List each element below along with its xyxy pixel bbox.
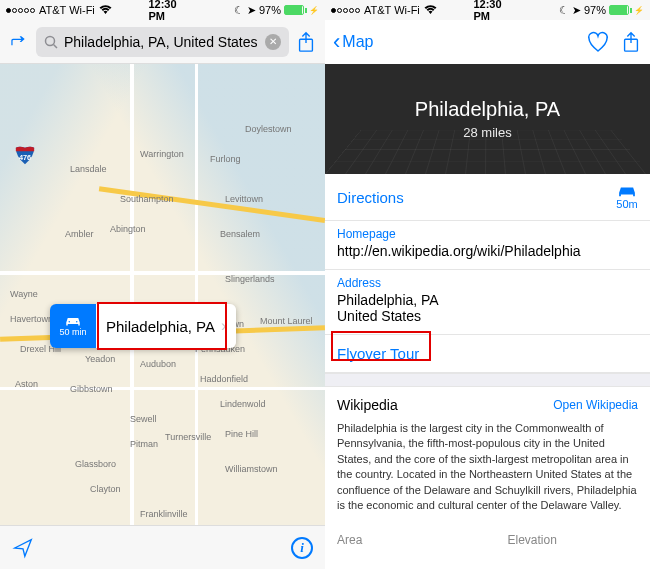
town-label: Haddonfield bbox=[200, 374, 248, 384]
car-icon bbox=[616, 184, 638, 198]
share-button[interactable] bbox=[620, 31, 642, 53]
town-label: Pine Hill bbox=[225, 429, 258, 439]
favorite-button[interactable] bbox=[586, 30, 610, 54]
back-button[interactable]: ‹ Map bbox=[333, 31, 373, 53]
clock: 12:30 PM bbox=[473, 0, 501, 22]
town-label: Gibbstown bbox=[70, 384, 113, 394]
battery-icon: ⚡ bbox=[609, 5, 644, 15]
town-label: Slingerlands bbox=[225, 274, 275, 284]
location-arrow-icon: ➤ bbox=[247, 4, 256, 17]
status-bar: AT&T Wi-Fi 12:30 PM ☾ ➤ 97% ⚡ bbox=[0, 0, 325, 20]
wifi-icon bbox=[99, 5, 112, 15]
homepage-label: Homepage bbox=[325, 221, 650, 243]
town-label: Audubon bbox=[140, 359, 176, 369]
signal-icon bbox=[331, 8, 360, 13]
map-canvas[interactable]: 476 Lansdale Warrington Furlong Doylesto… bbox=[0, 64, 325, 525]
town-label: Williamstown bbox=[225, 464, 278, 474]
callout-title: Philadelphia, PA bbox=[106, 318, 215, 335]
elevation-label: Elevation bbox=[508, 533, 639, 547]
drive-eta: 50 min bbox=[59, 327, 86, 337]
stats-row: Area Elevation bbox=[325, 525, 650, 555]
search-icon bbox=[44, 35, 58, 49]
location-arrow-icon: ➤ bbox=[572, 4, 581, 17]
drive-eta-button[interactable]: 50 min bbox=[50, 304, 96, 348]
nav-bar: ✕ bbox=[0, 20, 325, 64]
town-label: Pitman bbox=[130, 439, 158, 449]
town-label: Glassboro bbox=[75, 459, 116, 469]
detail-screen: AT&T Wi-Fi 12:30 PM ☾ ➤ 97% ⚡ ‹ Map bbox=[325, 0, 650, 569]
hero-distance: 28 miles bbox=[463, 125, 511, 140]
hero-title: Philadelphia, PA bbox=[415, 98, 560, 121]
town-label: Southampton bbox=[120, 194, 174, 204]
town-label: Yeadon bbox=[85, 354, 115, 364]
town-label: Havertown bbox=[10, 314, 53, 324]
locate-button[interactable] bbox=[12, 537, 34, 559]
directions-row[interactable]: Directions 50m bbox=[325, 174, 650, 221]
town-label: Sewell bbox=[130, 414, 157, 424]
town-label: Clayton bbox=[90, 484, 121, 494]
town-label: Levittown bbox=[225, 194, 263, 204]
car-icon bbox=[64, 315, 82, 327]
wifi-icon bbox=[424, 5, 437, 15]
town-label: Abington bbox=[110, 224, 146, 234]
address-value[interactable]: Philadelphia, PA United States bbox=[325, 292, 650, 335]
battery-pct: 97% bbox=[259, 4, 281, 16]
bottom-toolbar: i bbox=[0, 525, 325, 569]
highway-shield-icon: 476 bbox=[14, 144, 36, 166]
town-label: Mount Laurel bbox=[260, 316, 313, 326]
svg-text:476: 476 bbox=[19, 153, 31, 162]
search-input[interactable]: ✕ bbox=[36, 27, 289, 57]
drive-eta: 50m bbox=[616, 198, 637, 210]
search-field[interactable] bbox=[64, 34, 259, 50]
battery-icon: ⚡ bbox=[284, 5, 319, 15]
map-screen: AT&T Wi-Fi 12:30 PM ☾ ➤ 97% ⚡ ✕ 476 bbox=[0, 0, 325, 569]
carrier-label: AT&T Wi-Fi bbox=[39, 4, 95, 16]
signal-icon bbox=[6, 8, 35, 13]
town-label: Lansdale bbox=[70, 164, 107, 174]
share-button[interactable] bbox=[295, 31, 317, 53]
wikipedia-excerpt: Philadelphia is the largest city in the … bbox=[325, 417, 650, 525]
status-bar: AT&T Wi-Fi 12:30 PM ☾ ➤ 97% ⚡ bbox=[325, 0, 650, 20]
town-label: Doylestown bbox=[245, 124, 292, 134]
info-button[interactable]: i bbox=[291, 537, 313, 559]
open-wikipedia-link[interactable]: Open Wikipedia bbox=[553, 398, 638, 412]
svg-point-4 bbox=[69, 321, 71, 323]
directions-button[interactable] bbox=[8, 32, 30, 52]
section-spacer bbox=[325, 373, 650, 387]
town-label: Furlong bbox=[210, 154, 241, 164]
address-label: Address bbox=[325, 270, 650, 292]
clock: 12:30 PM bbox=[148, 0, 176, 22]
town-label: Ambler bbox=[65, 229, 94, 239]
clear-button[interactable]: ✕ bbox=[265, 34, 281, 50]
chevron-left-icon: ‹ bbox=[333, 31, 340, 53]
town-label: Bensalem bbox=[220, 229, 260, 239]
carrier-label: AT&T Wi-Fi bbox=[364, 4, 420, 16]
moon-icon: ☾ bbox=[234, 4, 244, 17]
battery-pct: 97% bbox=[584, 4, 606, 16]
directions-label: Directions bbox=[337, 189, 404, 206]
flyover-tour-button[interactable]: Flyover Tour bbox=[325, 335, 650, 373]
nav-bar: ‹ Map bbox=[325, 20, 650, 64]
svg-line-1 bbox=[54, 44, 58, 48]
town-label: Franklinville bbox=[140, 509, 188, 519]
place-callout[interactable]: 50 min Philadelphia, PA › bbox=[50, 304, 236, 348]
detail-body[interactable]: Directions 50m Homepage http://en.wikipe… bbox=[325, 174, 650, 569]
homepage-link[interactable]: http://en.wikipedia.org/wiki/Philadelphi… bbox=[325, 243, 650, 270]
area-label: Area bbox=[337, 533, 468, 547]
wikipedia-heading: Wikipedia bbox=[337, 397, 398, 413]
moon-icon: ☾ bbox=[559, 4, 569, 17]
hero-banner: Philadelphia, PA 28 miles bbox=[325, 64, 650, 174]
town-label: Aston bbox=[15, 379, 38, 389]
drive-mode-button[interactable]: 50m bbox=[616, 184, 638, 210]
town-label: Lindenwold bbox=[220, 399, 266, 409]
town-label: Turnersville bbox=[165, 432, 211, 442]
svg-point-5 bbox=[76, 321, 78, 323]
town-label: Wayne bbox=[10, 289, 38, 299]
chevron-right-icon: › bbox=[221, 317, 226, 335]
back-label: Map bbox=[342, 33, 373, 51]
svg-point-0 bbox=[46, 36, 55, 45]
town-label: Warrington bbox=[140, 149, 184, 159]
